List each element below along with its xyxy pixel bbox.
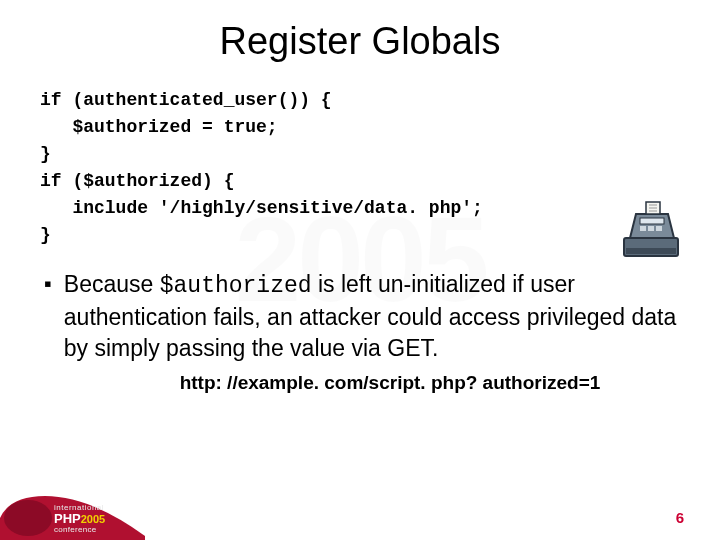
slide: 2005 Register Globals if (authenticated_…: [0, 0, 720, 540]
svg-rect-5: [656, 226, 662, 231]
svg-rect-4: [648, 226, 654, 231]
bullet-marker-icon: ▪: [40, 269, 52, 299]
bullet-item: ▪ Because $authorized is left un-initial…: [40, 269, 680, 364]
logo-year: 2005: [81, 513, 105, 525]
svg-rect-1: [626, 248, 676, 254]
svg-rect-3: [640, 226, 646, 231]
logo-line3: conference: [54, 526, 105, 534]
logo-text: international PHP2005 conference: [54, 504, 105, 534]
cash-register-icon: [616, 196, 686, 266]
svg-point-10: [4, 500, 52, 536]
example-url: http: //example. com/script. php? author…: [40, 372, 680, 394]
svg-rect-2: [640, 218, 664, 224]
slide-title: Register Globals: [40, 20, 680, 63]
code-block: if (authenticated_user()) { $authorized …: [40, 87, 680, 249]
page-number: 6: [676, 509, 684, 526]
conference-logo: international PHP2005 conference: [0, 488, 145, 540]
bullet-code: $authorized: [160, 273, 312, 299]
logo-php: PHP: [54, 511, 81, 526]
bullet-text: Because $authorized is left un-initializ…: [64, 269, 680, 364]
bullet-pre: Because: [64, 271, 160, 297]
